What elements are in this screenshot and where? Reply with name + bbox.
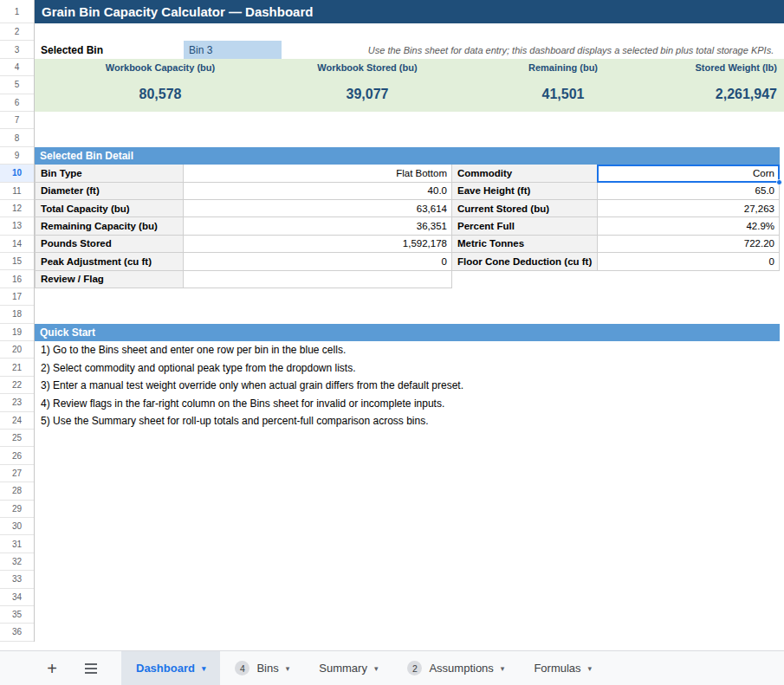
chevron-down-icon[interactable]: ▾ xyxy=(588,664,593,673)
detail-value-cell[interactable]: 63,614 xyxy=(184,200,452,217)
detail-row: Bin TypeFlat BottomCommodityCorn xyxy=(36,165,780,182)
row-number-5[interactable]: 5 xyxy=(0,76,34,94)
row-number-7[interactable]: 7 xyxy=(0,112,34,129)
kpi-value-cell[interactable]: 80,578 xyxy=(35,76,286,112)
sheet-tab-dashboard[interactable]: Dashboard▾ xyxy=(121,651,220,685)
row-number-1[interactable]: 1 xyxy=(0,0,34,23)
kpi-label-cell: Stored Weight (lb) xyxy=(677,59,784,76)
detail-label-cell: Bin Type xyxy=(36,165,184,182)
row-number-35[interactable]: 35 xyxy=(0,606,34,624)
detail-row: Remaining Capacity (bu)36,351Percent Ful… xyxy=(36,217,780,235)
row-number-36[interactable]: 36 xyxy=(0,624,34,641)
row-number-27[interactable]: 27 xyxy=(0,465,34,482)
row-number-25[interactable]: 25 xyxy=(0,430,34,447)
row-number-31[interactable]: 31 xyxy=(0,535,34,553)
row-number-17[interactable]: 17 xyxy=(0,288,34,306)
row-number-10[interactable]: 10 xyxy=(0,165,34,182)
row-number-23[interactable]: 23 xyxy=(0,394,34,411)
detail-label-cell: Eave Height (ft) xyxy=(452,183,598,200)
detail-value-cell[interactable] xyxy=(598,271,780,288)
selected-bin-detail-header: Selected Bin Detail xyxy=(35,147,780,165)
chevron-down-icon[interactable]: ▾ xyxy=(202,664,206,673)
detail-value-cell[interactable]: 65.0 xyxy=(598,183,780,200)
sheet-area: 1234567891011121314151617181920212223242… xyxy=(0,0,784,650)
row-number-12[interactable]: 12 xyxy=(0,200,34,217)
detail-value-cell[interactable] xyxy=(184,271,452,288)
row-number-21[interactable]: 21 xyxy=(0,359,34,376)
sheet-tab-formulas[interactable]: Formulas▾ xyxy=(519,651,606,685)
selected-bin-row: Selected Bin Bin 3 Use the Bins sheet fo… xyxy=(35,41,784,58)
row-number-20[interactable]: 20 xyxy=(0,341,34,359)
detail-value-cell[interactable]: 27,263 xyxy=(598,200,780,217)
row-number-11[interactable]: 11 xyxy=(0,183,34,200)
sheet-tab-bins[interactable]: 4Bins▾ xyxy=(220,651,304,685)
detail-value-cell[interactable]: 0 xyxy=(598,253,780,270)
row-number-26[interactable]: 26 xyxy=(0,447,34,464)
row-number-14[interactable]: 14 xyxy=(0,236,34,253)
detail-row: Pounds Stored1,592,178Metric Tonnes722.2… xyxy=(36,236,780,253)
kpi-label-cell: Workbook Stored (bu) xyxy=(286,59,449,76)
kpi-value-cell[interactable]: 2,261,947 xyxy=(677,76,784,112)
detail-value-cell[interactable]: Corn xyxy=(598,165,780,182)
detail-row: Review / Flag xyxy=(36,271,780,288)
detail-value-cell[interactable]: 0 xyxy=(184,253,452,270)
quick-start-steps: 1) Go to the Bins sheet and enter one ro… xyxy=(35,341,784,430)
row-number-2[interactable]: 2 xyxy=(0,23,34,41)
chevron-down-icon[interactable]: ▾ xyxy=(286,664,290,673)
row-number-4[interactable]: 4 xyxy=(0,59,34,76)
selected-bin-label: Selected Bin xyxy=(41,41,103,58)
row-number-3[interactable]: 3 xyxy=(0,41,34,58)
row-number-19[interactable]: 19 xyxy=(0,324,34,341)
tab-badge: 4 xyxy=(235,661,249,675)
row-number-28[interactable]: 28 xyxy=(0,482,34,500)
row-number-13[interactable]: 13 xyxy=(0,217,34,235)
quick-start-step: 4) Review flags in the far-right column … xyxy=(35,394,784,411)
tab-label: Formulas xyxy=(534,662,580,675)
kpi-value-cell[interactable]: 39,077 xyxy=(286,76,449,112)
detail-row: Total Capacity (bu)63,614Current Stored … xyxy=(36,200,780,217)
tab-label: Dashboard xyxy=(136,662,195,675)
row-number-24[interactable]: 24 xyxy=(0,412,34,430)
detail-value-cell[interactable]: Flat Bottom xyxy=(184,165,452,182)
row-number-8[interactable]: 8 xyxy=(0,129,34,146)
tab-label: Assumptions xyxy=(429,662,493,675)
detail-value-cell[interactable]: 42.9% xyxy=(598,217,780,235)
row-number-6[interactable]: 6 xyxy=(0,94,34,112)
detail-label-cell: Diameter (ft) xyxy=(36,183,184,200)
detail-row: Peak Adjustment (cu ft)0Floor Cone Deduc… xyxy=(36,253,780,270)
quick-start-step: 1) Go to the Bins sheet and enter one ro… xyxy=(35,341,784,359)
quick-start-header: Quick Start xyxy=(35,324,780,341)
row-number-16[interactable]: 16 xyxy=(0,270,34,288)
row-number-30[interactable]: 30 xyxy=(0,518,34,535)
tab-label: Bins xyxy=(256,662,278,675)
row-number-34[interactable]: 34 xyxy=(0,589,34,606)
detail-value-cell[interactable]: 1,592,178 xyxy=(184,236,452,253)
fill-handle[interactable] xyxy=(776,179,782,185)
quick-start-step: 2) Select commodity and optional peak ty… xyxy=(35,359,784,377)
row-number-29[interactable]: 29 xyxy=(0,501,34,518)
sheet-content: Grain Bin Capacity Calculator — Dashboar… xyxy=(35,0,784,650)
dashboard-title-cell: Grain Bin Capacity Calculator — Dashboar… xyxy=(35,0,784,23)
row-number-33[interactable]: 33 xyxy=(0,571,34,588)
detail-value-cell[interactable]: 722.20 xyxy=(598,236,780,253)
row-number-18[interactable]: 18 xyxy=(0,306,34,323)
detail-value-cell[interactable]: 40.0 xyxy=(184,183,452,200)
kpi-block: Workbook Capacity (bu)Workbook Stored (b… xyxy=(35,59,784,112)
row-number-22[interactable]: 22 xyxy=(0,377,34,394)
row-number-15[interactable]: 15 xyxy=(0,253,34,270)
sheet-tab-list: Dashboard▾4Bins▾Summary▾2Assumptions▾For… xyxy=(121,651,606,685)
chevron-down-icon[interactable]: ▾ xyxy=(374,664,379,673)
detail-label-cell: Pounds Stored xyxy=(36,236,184,253)
row-number-9[interactable]: 9 xyxy=(0,147,34,165)
detail-value-cell[interactable]: 36,351 xyxy=(184,217,452,235)
add-sheet-button[interactable]: + xyxy=(42,658,62,679)
all-sheets-menu-button[interactable] xyxy=(81,660,100,677)
kpi-value-cell[interactable]: 41,501 xyxy=(449,76,677,112)
chevron-down-icon[interactable]: ▾ xyxy=(501,664,505,673)
row-number-32[interactable]: 32 xyxy=(0,553,34,571)
detail-label-cell: Percent Full xyxy=(452,217,598,235)
sheet-tab-assumptions[interactable]: 2Assumptions▾ xyxy=(392,651,519,685)
spreadsheet-app: 1234567891011121314151617181920212223242… xyxy=(0,0,784,685)
selected-bin-value-cell[interactable]: Bin 3 xyxy=(184,41,282,58)
sheet-tab-summary[interactable]: Summary▾ xyxy=(304,651,392,685)
